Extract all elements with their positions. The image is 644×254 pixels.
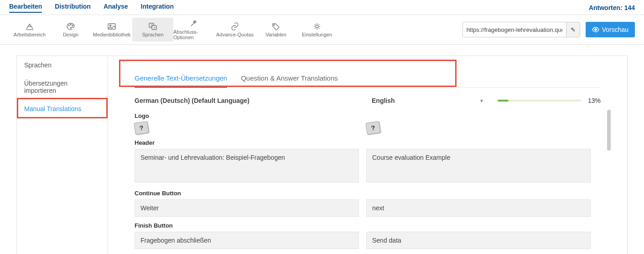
target-language-label: English bbox=[372, 97, 395, 104]
tool-advancequotas[interactable]: Advance-Quotas bbox=[214, 18, 255, 41]
progress-fill bbox=[498, 100, 509, 102]
continue-input-de[interactable] bbox=[135, 199, 359, 217]
logo-placeholder-icon[interactable]: ? bbox=[365, 121, 380, 135]
svg-point-10 bbox=[316, 25, 318, 28]
url-input[interactable] bbox=[463, 26, 566, 33]
tool-variablen[interactable]: Variablen bbox=[255, 18, 296, 41]
header-input-en[interactable] bbox=[366, 149, 591, 183]
tool-label: Variablen bbox=[265, 32, 286, 37]
link-icon bbox=[230, 22, 239, 30]
sidebar-item-sprachen[interactable]: Sprachen bbox=[17, 56, 108, 74]
sidebar: Sprachen Übersetzungen importieren Manua… bbox=[16, 56, 108, 254]
tool-label: Einstellungen bbox=[302, 32, 332, 37]
edit-url-button[interactable]: ✎ bbox=[566, 22, 580, 37]
workspace-icon bbox=[25, 22, 34, 30]
tool-arbeitsbereich[interactable]: Arbeitsbereich bbox=[9, 18, 50, 41]
tag-icon bbox=[271, 22, 280, 30]
chevron-down-icon: ▼ bbox=[479, 98, 484, 103]
svg-point-11 bbox=[595, 29, 597, 30]
finish-input-en[interactable] bbox=[366, 232, 591, 249]
field-label-finish: Finish Button bbox=[135, 222, 601, 229]
wand-icon bbox=[189, 20, 198, 28]
pencil-icon: ✎ bbox=[571, 26, 576, 33]
tool-sprachen[interactable]: 文A Sprachen bbox=[132, 18, 173, 41]
tool-label: Abschluss-Optionen bbox=[173, 29, 214, 40]
top-nav: Bearbeiten Distribution Analyse Integrat… bbox=[0, 0, 644, 15]
svg-point-0 bbox=[68, 25, 69, 26]
target-language-select[interactable]: English ▼ bbox=[372, 97, 484, 104]
sidebar-item-import[interactable]: Übersetzungen importieren bbox=[17, 74, 108, 100]
progress-bar bbox=[498, 100, 582, 102]
translate-icon: 文A bbox=[148, 22, 157, 30]
tabs: Generelle Text-Übersetzungen Question & … bbox=[135, 70, 601, 88]
svg-point-1 bbox=[70, 24, 71, 25]
field-label-continue: Continue Button bbox=[135, 190, 601, 197]
preview-label: Vorschau bbox=[602, 26, 628, 33]
tab-general[interactable]: Generelle Text-Übersetzungen bbox=[135, 70, 227, 87]
responses-count: Antworten: 144 bbox=[589, 4, 635, 11]
tool-design[interactable]: Design bbox=[50, 18, 91, 41]
tool-label: Design bbox=[63, 32, 78, 37]
gear-icon bbox=[312, 22, 322, 30]
url-box: ✎ bbox=[462, 22, 580, 37]
svg-point-2 bbox=[72, 25, 73, 26]
palette-icon bbox=[66, 22, 75, 30]
progress-wrap: 13% bbox=[484, 97, 601, 104]
svg-point-4 bbox=[110, 25, 111, 26]
tool-einstellungen[interactable]: Einstellungen bbox=[296, 18, 338, 41]
tool-label: Medienbibliothek bbox=[93, 32, 131, 37]
topnav-integration[interactable]: Integration bbox=[141, 3, 174, 13]
language-row: German (Deutsch) (Default Language) Engl… bbox=[135, 97, 601, 104]
preview-button[interactable]: Vorschau bbox=[586, 22, 635, 37]
image-icon bbox=[107, 22, 116, 30]
svg-text:A: A bbox=[154, 26, 156, 29]
field-label-header: Header bbox=[135, 139, 601, 146]
header-input-de[interactable] bbox=[135, 149, 359, 183]
svg-point-9 bbox=[274, 25, 275, 25]
scrollbar[interactable] bbox=[607, 110, 611, 151]
toolbar: Arbeitsbereich Design Medienbibliothek 文… bbox=[0, 15, 644, 45]
tool-label: Sprachen bbox=[142, 32, 163, 37]
continue-input-en[interactable] bbox=[366, 199, 591, 217]
progress-percent: 13% bbox=[588, 97, 601, 104]
tool-label: Advance-Quotas bbox=[216, 32, 254, 37]
tool-label: Arbeitsbereich bbox=[14, 32, 46, 37]
tab-qa[interactable]: Question & Answer Translations bbox=[241, 70, 338, 87]
default-language-label: German (Deutsch) (Default Language) bbox=[135, 97, 372, 104]
eye-icon bbox=[592, 27, 599, 32]
sidebar-item-manual[interactable]: Manual Translations bbox=[17, 100, 108, 118]
svg-text:文: 文 bbox=[151, 24, 153, 27]
tool-abschluss[interactable]: Abschluss-Optionen bbox=[173, 18, 214, 41]
logo-placeholder-icon[interactable]: ? bbox=[134, 121, 149, 135]
finish-input-de[interactable] bbox=[135, 232, 359, 249]
topnav-analyse[interactable]: Analyse bbox=[104, 3, 128, 13]
main-panel: Generelle Text-Übersetzungen Question & … bbox=[108, 56, 628, 254]
tool-medienbibliothek[interactable]: Medienbibliothek bbox=[91, 18, 132, 41]
topnav-bearbeiten[interactable]: Bearbeiten bbox=[9, 3, 42, 13]
topnav-distribution[interactable]: Distribution bbox=[55, 3, 91, 13]
field-label-logo: Logo bbox=[135, 112, 601, 119]
